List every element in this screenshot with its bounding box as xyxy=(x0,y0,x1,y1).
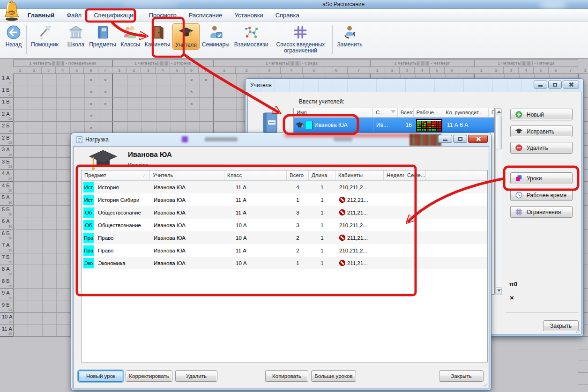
load-dialog-titlebar[interactable]: Нагрузка xyxy=(71,133,491,146)
toolbar-item-6[interactable]: Кабинеты xyxy=(142,23,172,49)
class-row-header[interactable]: 2 В28 xyxy=(0,134,13,146)
lessons-column-header[interactable]: Класс xyxy=(224,170,287,180)
class-row-header[interactable]: 5 Б36 xyxy=(0,206,13,218)
scroll-up-button[interactable] xyxy=(496,108,502,115)
class-row-header[interactable]: 10 А39 xyxy=(0,313,13,325)
toolbar-item-2[interactable]: Помощник xyxy=(29,23,61,49)
toolbar-item-5[interactable]: Классы xyxy=(119,23,142,49)
teacher-contract-cell[interactable]: Ив... xyxy=(373,122,398,128)
lessons-column-header[interactable]: Всего xyxy=(287,170,309,180)
class-row-header[interactable]: 2 Б28 xyxy=(0,122,13,134)
lessons-table[interactable]: Предмет∕УчительКлассВсегоДлинаКабинетыНе… xyxy=(81,170,488,362)
toolbar-item-3[interactable]: Школа xyxy=(65,23,87,49)
teachers-column-header[interactable]: С... xyxy=(373,108,398,117)
teachers-column-header[interactable]: Кл. руководит... xyxy=(443,108,489,117)
class-row-header[interactable]: 2 А28 xyxy=(0,110,13,122)
toolbar-item-4[interactable]: Предметы xyxy=(87,23,118,49)
class-row-header[interactable]: 7 Б39 xyxy=(0,253,13,266)
side-button-рабочее-время[interactable]: Рабочее время xyxy=(510,189,573,201)
side-button-ограничения[interactable]: Ограничения xyxy=(510,206,573,218)
minimize-button[interactable] xyxy=(438,135,452,143)
scroll-thumb[interactable] xyxy=(496,116,502,149)
class-row-header[interactable]: 1 Б22 xyxy=(0,86,13,98)
class-row-header[interactable]: 3 Б28 xyxy=(0,158,13,170)
lesson-row[interactable]: ОбОбществознаниеИванова ЮА10 А31210,211,… xyxy=(82,219,487,231)
class-row-header[interactable]: 9 Б34 xyxy=(0,301,13,313)
lesson-row[interactable]: ИстИсторияИванова ЮА11 А41210,211,2... xyxy=(82,181,487,193)
scroll-down-button[interactable] xyxy=(496,287,502,294)
class-row-header[interactable]: 11 А39 xyxy=(0,325,13,337)
footer-button-закрыть[interactable]: Закрыть xyxy=(439,370,484,382)
close-button[interactable] xyxy=(468,135,488,143)
toolbar-item-11[interactable]: Заменить xyxy=(335,23,365,49)
class-row-header[interactable]: 6 А36 xyxy=(0,217,13,229)
maximize-button[interactable] xyxy=(548,81,562,89)
class-row-header[interactable]: 6 Б36 xyxy=(0,229,13,242)
lessons-column-header[interactable]: Длина xyxy=(309,170,335,180)
teachers-close-button[interactable]: Закрыть xyxy=(543,320,579,331)
filter-funnel-icon[interactable] xyxy=(391,110,395,113)
class-label: 1 А xyxy=(2,75,10,81)
side-button-уроки[interactable]: Уроки xyxy=(510,172,573,184)
menu-item-6[interactable]: Установки xyxy=(228,10,269,21)
class-row-header[interactable]: 8 А39 xyxy=(0,265,13,277)
toolbar-item-10[interactable]: Список введенных ограничений xyxy=(270,23,330,55)
side-button-исправить[interactable]: Исправить xyxy=(510,126,573,137)
menu-item-5[interactable]: Расписание xyxy=(183,10,229,21)
menu-item-4[interactable]: Просмотр xyxy=(142,10,182,21)
teachers-column-header[interactable]: Имя xyxy=(294,108,373,117)
lesson-row[interactable]: ОбОбществознаниеИванова ЮА11 А31211,21..… xyxy=(82,206,487,219)
teacher-worktime-cell[interactable] xyxy=(414,119,444,132)
footer-button-корректировать[interactable]: Корректировать xyxy=(126,370,172,382)
lessons-column-header[interactable]: Кабинеты xyxy=(335,170,384,180)
teacher-classes-cell[interactable]: 11 А 6 А xyxy=(444,122,490,128)
resize-grip[interactable] xyxy=(483,382,488,387)
asc-bell-logo-icon[interactable]: asc xyxy=(3,0,20,21)
class-row-header[interactable]: 9 А39 xyxy=(0,289,13,301)
class-row-header[interactable]: 4 А29 xyxy=(0,170,13,182)
lesson-row[interactable]: ПраПравоИванова ЮА10 А21211,21... xyxy=(82,231,487,244)
lessons-column-header[interactable]: Предмет∕ xyxy=(82,170,150,180)
class-row-header[interactable]: 1 А22 xyxy=(0,74,13,86)
footer-button-удалить[interactable]: Удалить xyxy=(175,370,217,382)
teacher-total-cell[interactable]: 16 xyxy=(398,122,414,128)
teachers-column-header[interactable]: Рабоче... xyxy=(414,108,443,117)
menu-item-3[interactable]: Спецификация xyxy=(88,10,142,21)
maximize-button[interactable] xyxy=(453,135,467,143)
menu-item-2[interactable]: Файл xyxy=(60,10,88,21)
menu-item-7[interactable]: Справка xyxy=(269,10,305,21)
toolbar-item-7[interactable]: Учителя xyxy=(172,23,200,50)
footer-button-больше-уроков[interactable]: Больше уроков xyxy=(311,370,356,382)
close-button[interactable] xyxy=(563,81,579,89)
teacher-row-selected[interactable]: Иванова ЮАИв...1611 А 6 А xyxy=(294,118,494,133)
teachers-dialog-titlebar[interactable]: Учителя xyxy=(246,79,583,92)
toolbar-item-1[interactable]: Назад xyxy=(3,23,24,49)
teachers-column-header[interactable]: Г xyxy=(489,108,494,117)
class-row-header[interactable]: 8 Б39 xyxy=(0,277,13,289)
class-row-header[interactable]: 5 А36 xyxy=(0,193,13,206)
side-button-новый[interactable]: Новый xyxy=(510,109,573,120)
toolbar-item-8[interactable]: Семинары xyxy=(200,23,232,49)
resize-grip[interactable] xyxy=(575,328,580,333)
footer-button-новый-урок[interactable]: Новый урок xyxy=(78,370,123,382)
side-button-удалить[interactable]: Удалить xyxy=(510,142,573,154)
lesson-row[interactable]: ПраПравоИванова ЮА11 А21210,211,2... xyxy=(82,244,487,257)
minimize-button[interactable] xyxy=(534,81,547,89)
teachers-column-header[interactable]: Всего xyxy=(398,108,414,117)
teacher-name-cell[interactable]: Иванова ЮА xyxy=(294,118,373,133)
class-row-header[interactable]: 7 А39 xyxy=(0,241,13,253)
sort-indicator-icon[interactable]: ∕ xyxy=(144,173,145,178)
window-titlebar[interactable]: aSc Расписание xyxy=(0,0,588,9)
toolbar-item-9[interactable]: Взаимосвязи xyxy=(232,23,271,49)
lessons-column-header[interactable]: Учитель xyxy=(150,170,224,180)
lesson-row[interactable]: ЭкоЭкономикаИванова ЮА10 А11211,21... xyxy=(82,257,487,269)
teachers-scrollbar[interactable] xyxy=(495,108,502,295)
lessons-column-header[interactable]: Семе... xyxy=(404,170,426,180)
class-row-header[interactable]: 1 В22 xyxy=(0,98,13,110)
lesson-row[interactable]: ИстИстория СибириИванова ЮА11 А11212,21.… xyxy=(82,193,487,206)
class-row-header[interactable]: 3 А28 xyxy=(0,146,13,158)
footer-button-копировать[interactable]: Копировать xyxy=(265,370,308,382)
lessons-column-header[interactable]: Неделя xyxy=(384,170,404,180)
menu-item-1[interactable]: Главный xyxy=(22,10,60,21)
class-row-header[interactable]: 4 Б26 xyxy=(0,182,13,194)
